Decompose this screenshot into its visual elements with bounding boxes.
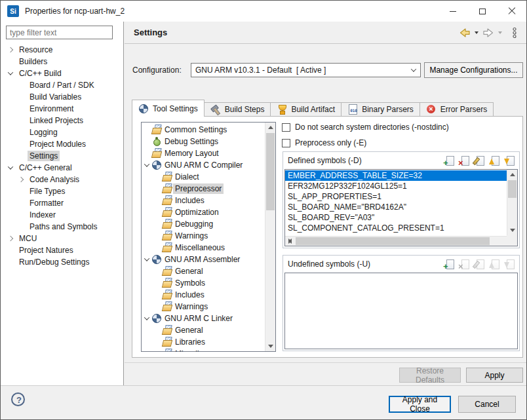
properties-tree-item[interactable]: Settings (1, 150, 123, 162)
add-button[interactable] (442, 155, 456, 166)
checkbox-option[interactable]: Do not search system directories (-nostd… (282, 119, 449, 135)
scroll-up-arrow[interactable] (507, 170, 517, 180)
apply-button[interactable]: Apply (466, 368, 523, 383)
tool-tree-item[interactable]: Symbols (142, 277, 265, 289)
properties-tree-item[interactable]: Resource (1, 44, 123, 56)
tool-tree-item[interactable]: GNU ARM C Compiler (142, 159, 265, 171)
add-button[interactable] (442, 258, 456, 270)
tool-tree-item[interactable]: General (142, 324, 265, 336)
move-down-button[interactable] (503, 155, 516, 166)
restore-defaults-button[interactable]: Restore Defaults (399, 368, 461, 383)
delete-button[interactable] (458, 258, 471, 270)
move-up-button[interactable] (488, 258, 501, 270)
checkbox[interactable] (282, 123, 290, 132)
tool-tree-item[interactable]: Warnings (142, 230, 265, 242)
scrollbar-thumb[interactable] (266, 133, 275, 210)
tool-tree-item[interactable]: Memory Layout (142, 147, 265, 159)
checkbox-option[interactable]: Preprocess only (-E) (282, 135, 449, 151)
chevron-icon[interactable] (144, 256, 149, 261)
properties-tree-item[interactable]: Build Variables (1, 91, 123, 103)
symbol-row[interactable]: SL_APP_PROPERTIES=1 (285, 191, 507, 202)
tab[interactable]: Build Artifact (270, 102, 342, 117)
properties-tree-item[interactable]: MCU (1, 233, 123, 244)
symbol-row[interactable]: SL_BOARD_NAME="BRD4162A" (285, 202, 507, 212)
manage-configurations-button[interactable]: Manage Configurations... (424, 62, 523, 78)
tool-tree-item[interactable]: GNU ARM Assembler (142, 254, 265, 265)
tool-tree-item[interactable]: Includes (142, 195, 265, 206)
tool-tree-item[interactable]: Miscellaneous (142, 348, 265, 351)
tab[interactable]: Tool Settings (132, 100, 205, 117)
properties-tree-item[interactable]: C/C++ General (1, 162, 123, 174)
chevron-icon[interactable] (8, 69, 13, 75)
scrollbar-thumb[interactable] (296, 237, 490, 245)
tool-tree-item[interactable]: General (142, 265, 265, 277)
tool-tree-item[interactable]: Optimization (142, 206, 265, 218)
tool-tree-item[interactable]: Warnings (142, 301, 265, 313)
edit-button[interactable] (473, 155, 486, 166)
tree-vertical-scrollbar[interactable] (265, 123, 275, 351)
help-button[interactable]: ? (11, 392, 25, 406)
chevron-icon[interactable] (8, 47, 13, 52)
forward-dropdown-caret[interactable] (498, 31, 502, 34)
properties-tree-item[interactable]: Run/Debug Settings (1, 256, 123, 268)
checkbox[interactable] (282, 139, 290, 147)
chevron-icon[interactable] (18, 177, 24, 182)
tool-tree-item[interactable]: Debug Settings (142, 136, 265, 147)
maximize-button[interactable] (467, 1, 497, 22)
chevron-icon[interactable] (144, 161, 149, 166)
symbol-row[interactable]: SEGGER_RTT_ALIGNMENT=1024 (285, 233, 507, 235)
properties-tree-item[interactable]: Board / Part / SDK (1, 79, 123, 91)
scroll-down-arrow[interactable] (265, 341, 275, 351)
symbol-row[interactable]: EFR32MG12P332F1024GL125=1 (285, 181, 507, 191)
tab[interactable]: Binary Parsers (341, 102, 420, 117)
list-horizontal-scrollbar[interactable] (285, 236, 507, 246)
tool-tree-item[interactable]: Dialect (142, 171, 265, 183)
properties-tree-item[interactable]: Project Modules (1, 138, 123, 150)
back-dropdown-caret[interactable] (475, 31, 478, 34)
symbol-row[interactable]: SL_BOARD_REV="A03" (285, 212, 507, 223)
cancel-button[interactable]: Cancel (458, 396, 516, 413)
view-menu-icon[interactable] (509, 26, 520, 39)
tool-tree-item[interactable]: GNU ARM C Linker (142, 313, 265, 324)
apply-and-close-button[interactable]: Apply and Close (389, 396, 451, 413)
forward-icon[interactable] (482, 26, 495, 39)
tab[interactable]: Build Steps (204, 102, 271, 117)
configuration-select[interactable]: GNU ARM v10.3.1 - Default [ Active ] (191, 63, 421, 77)
tool-tree-item[interactable]: Includes (142, 289, 265, 301)
tool-tree-item[interactable]: Preprocessor (142, 183, 265, 195)
filter-input[interactable] (6, 26, 113, 39)
move-up-button[interactable] (488, 155, 501, 166)
chevron-icon[interactable] (144, 315, 149, 320)
properties-tree-item[interactable]: Code Analysis (1, 174, 123, 185)
tool-tree-item[interactable]: Libraries (142, 336, 265, 348)
scroll-right-arrow[interactable] (285, 237, 295, 246)
properties-tree-item[interactable]: Linked Projects (1, 115, 123, 126)
properties-tree-item[interactable]: Builders (1, 56, 123, 67)
minimize-button[interactable] (438, 1, 467, 22)
tool-tree-item[interactable]: Debugging (142, 218, 265, 230)
properties-tree-item[interactable]: Formatter (1, 197, 123, 209)
back-icon[interactable] (458, 26, 471, 39)
properties-tree-item[interactable]: Paths and Symbols (1, 221, 123, 233)
properties-tree-item[interactable]: Environment (1, 103, 123, 115)
list-vertical-scrollbar[interactable] (507, 170, 517, 235)
scroll-down-arrow[interactable] (507, 225, 517, 235)
symbol-row[interactable]: EMBER_ADDRESS_TABLE_SIZE=32 (285, 170, 507, 181)
properties-tree-item[interactable]: Indexer (1, 209, 123, 221)
symbol-row[interactable]: SL_COMPONENT_CATALOG_PRESENT=1 (285, 223, 507, 233)
chevron-icon[interactable] (8, 164, 13, 169)
properties-tree-item[interactable]: Project Natures (1, 244, 123, 256)
tool-tree-item[interactable]: Common Settings (142, 124, 265, 136)
properties-tree-item[interactable]: Logging (1, 126, 123, 138)
delete-button[interactable] (458, 155, 471, 166)
scroll-up-arrow[interactable] (265, 123, 275, 132)
move-down-button[interactable] (503, 258, 516, 270)
chevron-icon[interactable] (8, 236, 13, 241)
properties-tree-item[interactable]: C/C++ Build (1, 67, 123, 79)
edit-button[interactable] (473, 258, 486, 270)
tool-tree-item[interactable]: Miscellaneous (142, 242, 265, 254)
scrollbar-thumb[interactable] (508, 180, 517, 198)
tab[interactable]: Error Parsers (420, 102, 494, 117)
properties-tree-item[interactable]: File Types (1, 185, 123, 197)
close-button[interactable] (497, 1, 526, 22)
